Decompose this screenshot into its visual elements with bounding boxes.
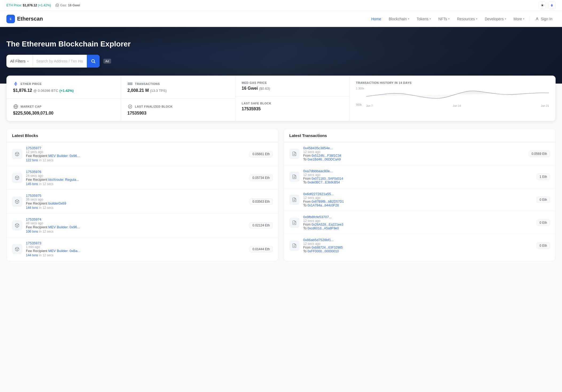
block-recipient-link-2[interactable]: builder0x69 bbox=[48, 201, 66, 205]
block-number-4[interactable]: 17535973 bbox=[26, 241, 246, 245]
block-info-0: 17535977 12 secs ago Fee Recipient MEV B… bbox=[26, 146, 246, 162]
block-info-3: 17535974 48 secs ago Fee Recipient MEV B… bbox=[26, 217, 246, 233]
theme-toggle-button[interactable]: ☀ bbox=[538, 2, 546, 9]
tx-to-link-3[interactable]: 0xcd601d...A5a8F9e0 bbox=[307, 226, 339, 230]
block-fee-1: 0.05734 Eth bbox=[249, 175, 273, 181]
finalized-block-icon bbox=[127, 104, 133, 109]
block-time-4: 1 min ago bbox=[26, 245, 246, 249]
chevron-down-icon: ▾ bbox=[408, 17, 409, 20]
stat-transactions-label: TRANSACTIONS bbox=[127, 81, 229, 87]
eth-icon-button[interactable] bbox=[548, 2, 556, 9]
tx-from-link-4[interactable]: 0x688724...63F32985 bbox=[311, 246, 343, 249]
tx-hash-0[interactable]: 0x458435c3854e... bbox=[303, 146, 525, 150]
latest-transactions-panel: Latest Transactions 0x458435c3854e... 12… bbox=[284, 129, 556, 261]
block-number-2[interactable]: 17535975 bbox=[26, 194, 246, 198]
block-recipient-link-4[interactable]: MEV Builder: 0xBa... bbox=[48, 249, 80, 253]
cube-icon bbox=[15, 152, 19, 156]
tx-from-link-1[interactable]: 0x071183...5AF0d314 bbox=[311, 177, 343, 181]
svg-rect-20 bbox=[128, 83, 132, 84]
nav-tokens[interactable]: Tokens ▾ bbox=[413, 15, 434, 23]
tx-time-3: 12 secs ago bbox=[303, 219, 533, 223]
chart-container: 1 300k 900k Jun 7 Jun 14 Jun 21 bbox=[356, 86, 549, 107]
svg-marker-14 bbox=[14, 84, 16, 86]
tx-icon-2 bbox=[289, 195, 299, 205]
block-recipient-link-1[interactable]: bloXroute: Regula... bbox=[48, 178, 79, 182]
logo[interactable]: E Etherscan bbox=[6, 15, 43, 23]
block-time-0: 12 secs ago bbox=[26, 150, 246, 154]
block-number-1[interactable]: 17535976 bbox=[26, 170, 246, 174]
tx-to-link-0[interactable]: 0xe1Bd46...06DDCaA9 bbox=[307, 158, 341, 161]
stat-ether-price-value: $1,876.12 @ 0.06286 BTC (+1.42%) bbox=[13, 88, 114, 93]
block-txns-2: 144 txns in 12 secs bbox=[26, 205, 246, 210]
tx-from-link-0[interactable]: 0x5124fc...F38f1C34 bbox=[311, 154, 341, 158]
stat-eth-group: ETHER PRICE $1,876.12 @ 0.06286 BTC (+1.… bbox=[7, 76, 121, 121]
stat-last-finalized-value: 17535903 bbox=[127, 111, 229, 116]
tx-to-2: To 0x1A784a...b44c0F28 bbox=[303, 203, 533, 207]
hero-section: The Ethereum Blockchain Explorer All Fil… bbox=[0, 27, 562, 84]
search-filter-dropdown[interactable]: All Filters ▾ bbox=[6, 55, 33, 68]
nav-blockchain[interactable]: Blockchain ▾ bbox=[385, 15, 412, 23]
block-row: 17535973 1 min ago Fee Recipient MEV Bui… bbox=[7, 237, 278, 261]
ad-badge: Ad bbox=[103, 59, 111, 64]
chart-x-labels: Jun 7 Jun 14 Jun 21 bbox=[366, 104, 549, 107]
nav-nfts[interactable]: NFTs ▾ bbox=[435, 15, 453, 23]
block-txns-4: 144 txns in 12 secs bbox=[26, 253, 246, 257]
tx-row: 0x6df2272821a55... 12 secs ago From 0x87… bbox=[284, 188, 555, 211]
tx-info-3: 0x9fb8fcfe53707... 12 secs ago From 0x26… bbox=[303, 215, 533, 230]
stat-ether-price: ETHER PRICE $1,876.12 @ 0.06286 BTC (+1.… bbox=[7, 76, 121, 99]
block-recipient-link-0[interactable]: MEV Builder: 0x96... bbox=[48, 154, 80, 158]
block-cube-icon-1 bbox=[12, 173, 22, 183]
block-row: 17535976 24 secs ago Fee Recipient bloXr… bbox=[7, 166, 278, 190]
search-button[interactable] bbox=[87, 55, 100, 68]
latest-transactions-title: Latest Transactions bbox=[284, 129, 555, 142]
stat-last-safe-value: 17535935 bbox=[242, 107, 343, 111]
block-time-1: 24 secs ago bbox=[26, 174, 246, 178]
nav-more[interactable]: More ▾ bbox=[510, 15, 528, 23]
tx-icon-0 bbox=[289, 149, 299, 159]
tx-to-link-4[interactable]: 0xFF0000...00000010 bbox=[307, 249, 339, 253]
tx-from-link-3[interactable]: 0x26A528...Ea221ee3 bbox=[311, 223, 343, 226]
tx-to-1: To 0xde0BC7...E3b9cB54 bbox=[303, 181, 533, 184]
document-icon bbox=[292, 243, 297, 248]
search-input[interactable] bbox=[33, 55, 87, 68]
tx-icon-3 bbox=[289, 218, 299, 228]
tx-from-2: From 0x87B9fB...bB2D57D1 bbox=[303, 200, 533, 203]
stat-gas-group: MED GAS PRICE 16 Gwei ($0.63) LAST SAFE … bbox=[235, 76, 350, 121]
search-icon bbox=[91, 59, 96, 64]
stats-bar: ETHER PRICE $1,876.12 @ 0.06286 BTC (+1.… bbox=[6, 76, 556, 121]
cube-icon bbox=[15, 223, 19, 228]
block-recipient-link-3[interactable]: MEV Builder: 0x96... bbox=[48, 225, 80, 229]
tx-hash-3[interactable]: 0x9fb8fcfe53707... bbox=[303, 215, 533, 219]
block-txns-3: 106 txns in 12 secs bbox=[26, 229, 246, 233]
nav-developers[interactable]: Developers ▾ bbox=[482, 15, 509, 23]
block-number-0[interactable]: 17535977 bbox=[26, 146, 246, 150]
tx-row: 0x86ab5d7528bf1... 12 secs ago From 0x68… bbox=[284, 234, 555, 257]
nav-resources[interactable]: Resources ▾ bbox=[454, 15, 481, 23]
tx-row: 0x458435c3854e... 12 secs ago From 0x512… bbox=[284, 142, 555, 165]
sign-in-button[interactable]: Sign In bbox=[532, 15, 556, 23]
tx-from-link-2[interactable]: 0x87B9fB...bB2D57D1 bbox=[311, 200, 344, 203]
block-cube-icon-2 bbox=[12, 197, 22, 207]
eth-price-value: $1,876.12 bbox=[23, 3, 37, 7]
tx-time-1: 12 secs ago bbox=[303, 173, 533, 177]
stat-last-safe: LAST SAFE BLOCK 17535935 bbox=[235, 96, 349, 117]
tx-from-1: From 0x071183...5AF0d314 bbox=[303, 177, 533, 181]
tx-from-4: From 0x688724...63F32985 bbox=[303, 246, 533, 249]
transactions-icon bbox=[127, 81, 133, 87]
block-number-3[interactable]: 17535974 bbox=[26, 217, 246, 221]
stat-last-finalized-label: LAST FINALIZED BLOCK bbox=[127, 104, 229, 109]
tx-to-link-2[interactable]: 0x1A784a...b44c0F28 bbox=[307, 203, 339, 207]
svg-point-9 bbox=[92, 60, 95, 62]
tx-to-link-1[interactable]: 0xde0BC7...E3b9cB54 bbox=[307, 181, 340, 184]
stat-transactions: TRANSACTIONS 2,008.21 M (13.3 TPS) bbox=[121, 76, 235, 99]
stat-chart-cell: TRANSACTION HISTORY IN 14 DAYS 1 300k 90… bbox=[350, 76, 555, 121]
tx-hash-2[interactable]: 0x6df2272821a55... bbox=[303, 192, 533, 196]
tx-row: 0x9fb8fcfe53707... 12 secs ago From 0x26… bbox=[284, 211, 555, 234]
block-desc-1: Fee Recipient bloXroute: Regula... bbox=[26, 178, 246, 182]
nav-home[interactable]: Home bbox=[368, 15, 384, 23]
tx-hash-4[interactable]: 0x86ab5d7528bf1... bbox=[303, 238, 533, 242]
tx-to-0: To 0xe1Bd46...06DDCaA9 bbox=[303, 158, 525, 161]
transaction-chart bbox=[366, 82, 549, 103]
tx-hash-1[interactable]: 0xa7dbbbaac80e... bbox=[303, 169, 533, 173]
tx-value-3: 0 Eth bbox=[537, 219, 550, 226]
